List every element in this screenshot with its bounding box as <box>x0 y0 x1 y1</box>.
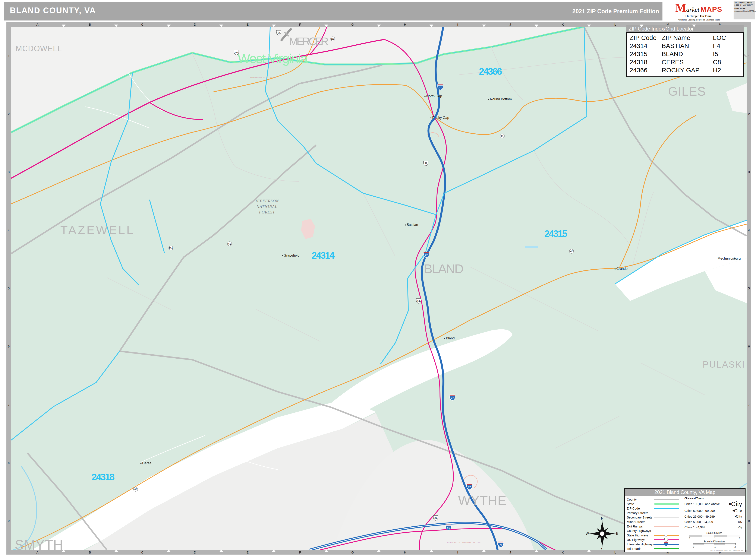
zip-index-body: ZIP Code ZIP Name LOC 24314 BASTIAN F4 2… <box>626 32 744 77</box>
grid-number: 8 <box>6 433 11 492</box>
svg-text:77: 77 <box>425 254 428 256</box>
grid-letter: D <box>169 550 221 555</box>
grid-letter: F <box>274 22 326 27</box>
logo-m-letter: M <box>675 1 686 14</box>
city-row: Cities 1 - 4,999•City <box>684 525 742 529</box>
contact-email-label: EMAIL US AT: <box>734 8 755 10</box>
county-label-tazewell: TAZEWELL <box>61 223 134 237</box>
grid-number: 9 <box>6 492 11 550</box>
svg-text:52: 52 <box>417 300 420 302</box>
forest-label-line2: NATIONAL <box>256 204 277 209</box>
town-label-ceres: Ceres <box>142 461 151 465</box>
legend-row: Secondary Streets <box>627 515 680 520</box>
legend-row: Toll Roads <box>627 547 680 551</box>
forest-label-line1: JEFFERSON <box>255 199 279 203</box>
grid-number: 8 <box>747 433 751 492</box>
forest-label-line3: FOREST <box>259 210 275 214</box>
route42-shield: 42 <box>133 487 138 492</box>
legend-body: County State ZIP Code Primary Streets Se… <box>625 496 745 552</box>
grid-bar-right: 123456789 <box>747 27 751 550</box>
grid-letter: A <box>11 22 64 27</box>
grid-letter: E <box>221 22 274 27</box>
legend-title: 2021 Bland County, VA Map <box>625 489 745 496</box>
county-label-wythe: WYTHE <box>458 493 507 508</box>
town-label-round-bottom: Round Bottom <box>490 97 512 101</box>
contact-email: mapsales@MarketMAPS.com <box>734 10 755 12</box>
compass-w: W <box>586 532 589 536</box>
zip-code: 24315 <box>630 50 662 58</box>
svg-text:42: 42 <box>570 250 573 253</box>
legend-row: ZIP Code <box>627 506 680 511</box>
legend-copyright: 2021 © Intelligent Direct, Inc., Wellsbo… <box>710 549 744 551</box>
town-label-grapefield: Grapefield <box>284 254 300 257</box>
legend-row: Exit Ramps <box>627 524 680 528</box>
cities-header: Cities and Towns <box>684 497 704 500</box>
grid-letter: I <box>431 22 484 27</box>
col-loc: LOC <box>713 34 741 42</box>
route614-shield: 614 <box>169 246 173 250</box>
legend-row: State Highways <box>627 533 680 538</box>
svg-text:77: 77 <box>468 486 471 488</box>
grid-number: 2 <box>747 85 751 143</box>
svg-text:123: 123 <box>235 51 238 54</box>
edition-label: 2021 ZIP Code Premium Edition <box>572 8 659 15</box>
zip-index-row: 24314 BASTIAN F4 <box>630 42 741 50</box>
grid-letter: C <box>116 550 169 555</box>
city-row: Cities 50,000 - 99,999•City <box>684 508 742 514</box>
college-label-wytheville: WYTHEVILLE COMMUNITY COLLEGE <box>447 541 481 544</box>
map-poster-page: BLAND COUNTY, VA 2021 ZIP Code Premium E… <box>0 0 756 555</box>
grid-number: 4 <box>747 201 751 259</box>
grid-letter: C <box>116 22 169 27</box>
state-label-west-virginia: West Virginia <box>238 51 308 66</box>
map-drawing: MCDOWELL MERCER GILES TAZEWELL BLAND PUL… <box>11 27 747 550</box>
county-label-mercer: MERCER <box>289 35 329 48</box>
grid-letter: E <box>221 550 274 555</box>
grid-number: 6 <box>6 317 11 376</box>
svg-text:61: 61 <box>501 135 504 137</box>
zip-loc: I5 <box>713 50 741 58</box>
logo-subtitle: America's Leading Source of Business Map… <box>665 18 733 21</box>
zip-index-title: ZIP Code Index/Grid Locator <box>626 25 744 32</box>
grid-number: 5 <box>6 259 11 317</box>
zip-label-24314: 24314 <box>312 250 335 261</box>
header-bar: BLAND COUNTY, VA 2021 ZIP Code Premium E… <box>4 2 663 20</box>
town-label-mechanicsburg: Mechanicsburg <box>718 257 741 260</box>
grid-number: 7 <box>747 376 751 433</box>
grid-letter: G <box>326 550 379 555</box>
zip-code: 24314 <box>630 42 662 50</box>
svg-text:19: 19 <box>277 32 280 34</box>
grid-number: 7 <box>6 376 11 433</box>
logo-arket: arket <box>686 6 700 13</box>
logo-tagline: On Target. On Time. <box>665 14 733 18</box>
compass-n: N <box>601 517 603 520</box>
compass-rose: N S E W <box>584 514 621 553</box>
svg-text:42: 42 <box>134 488 137 490</box>
logo-maps: MAPS <box>700 5 722 13</box>
svg-text:77: 77 <box>451 397 453 399</box>
route112-shield: 112 <box>330 37 335 41</box>
grid-letter: D <box>169 22 221 27</box>
zip-index-row: 24315 BLAND I5 <box>630 50 741 58</box>
zip-index-row: 24318 CERES C8 <box>630 58 741 66</box>
zip-code: 24366 <box>630 66 662 74</box>
col-zip-code: ZIP Code <box>630 34 662 42</box>
legend-row: Primary Streets <box>627 511 680 515</box>
marketmaps-logo-text: Market MAPS On Target. On Time. America'… <box>665 1 733 21</box>
svg-text:77: 77 <box>500 544 502 546</box>
town-label-north-gap: North Gap <box>426 94 442 98</box>
contact-phone: 1-888-434-MAPS (6277) <box>734 4 755 6</box>
county-label-mcdowell: MCDOWELL <box>15 44 63 53</box>
logo-contact-box: CALL US TOLL FREE! 1-888-434-MAPS (6277)… <box>733 1 755 19</box>
grid-letter: F <box>274 550 326 555</box>
svg-text:112: 112 <box>331 38 335 40</box>
grid-letter: B <box>64 22 116 27</box>
route61-shield: 61 <box>228 242 232 246</box>
zip-index-header-row: ZIP Code ZIP Name LOC <box>630 34 741 42</box>
zip-code-index: ZIP Code Index/Grid Locator ZIP Code ZIP… <box>626 25 744 77</box>
county-label-giles: GILES <box>668 84 707 98</box>
grid-number: 6 <box>747 317 751 376</box>
town-label-rocky-gap: Rocky Gap <box>432 116 449 120</box>
county-label-smyth: SMYTH <box>15 537 64 550</box>
svg-text:21: 21 <box>434 517 437 519</box>
zip-label-24318: 24318 <box>92 472 115 482</box>
